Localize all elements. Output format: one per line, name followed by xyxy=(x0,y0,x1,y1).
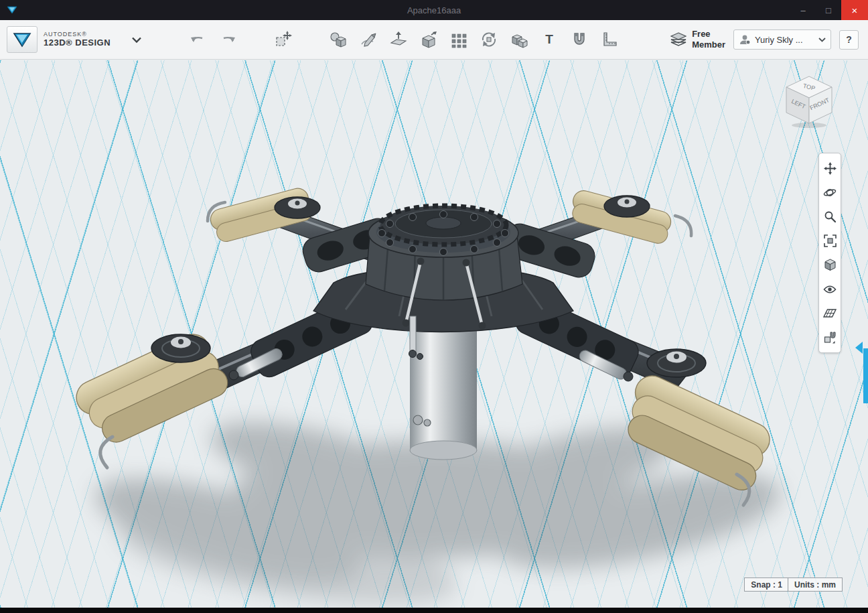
app-logo-icon xyxy=(7,5,17,15)
grid-plane-icon xyxy=(823,308,837,319)
window-controls: – □ × xyxy=(790,0,868,20)
pattern-tool-button[interactable] xyxy=(448,24,469,55)
free-member-text: Free Member xyxy=(692,29,725,50)
primitives-tool-button[interactable] xyxy=(328,24,349,55)
shaded-cube-icon xyxy=(824,259,837,271)
brand-line2: 123D® DESIGN xyxy=(44,38,111,48)
user-name: Yuriy Skly ... xyxy=(755,35,814,45)
pattern-icon xyxy=(450,31,467,48)
minimize-button[interactable]: – xyxy=(790,0,816,20)
grouping-icon xyxy=(480,31,498,48)
transform-tool-button[interactable] xyxy=(273,24,294,55)
chevron-down-icon xyxy=(818,38,826,42)
center-hub xyxy=(313,206,573,332)
orbit-button[interactable] xyxy=(819,181,841,204)
fit-view-icon xyxy=(824,234,837,247)
brand-logo-button[interactable] xyxy=(7,26,38,53)
redo-icon xyxy=(220,33,236,46)
user-account-dropdown[interactable]: Yuriy Skly ... xyxy=(733,29,831,50)
redo-button[interactable] xyxy=(218,24,239,55)
view-mode-button[interactable] xyxy=(819,253,841,277)
combine-tool-button[interactable] xyxy=(508,24,530,55)
layers-icon xyxy=(670,32,686,47)
grouping-tool-button[interactable] xyxy=(478,24,500,55)
quad-rotor-head-3d-model[interactable] xyxy=(0,60,868,608)
free-member-line1: Free xyxy=(692,29,725,40)
brand-logo-icon xyxy=(12,30,32,49)
fit-view-button[interactable] xyxy=(819,229,841,253)
construct-icon xyxy=(390,31,407,48)
main-toolbar: AUTODESK® 123D® DESIGN xyxy=(0,20,868,60)
ground-grid-button[interactable] xyxy=(819,301,841,325)
view-cube[interactable]: TOP LEFT FRONT xyxy=(781,71,837,129)
snap-settings-button[interactable] xyxy=(819,326,841,349)
app-window: Apache16aaa – □ × AUTODESK® 123D® DESIGN xyxy=(0,0,868,613)
units-status[interactable]: Units : mm xyxy=(788,577,843,592)
right-edge-scrollbar[interactable] xyxy=(863,348,868,403)
undo-button[interactable] xyxy=(187,24,208,55)
orbit-icon xyxy=(823,186,837,199)
undo-icon xyxy=(190,33,206,46)
window-title: Apache16aaa xyxy=(0,5,868,15)
visibility-button[interactable] xyxy=(819,277,841,301)
user-avatar-icon xyxy=(739,33,751,46)
text-tool-icon: T xyxy=(545,32,553,47)
combine-icon xyxy=(510,31,528,48)
panel-expand-arrow[interactable] xyxy=(855,342,863,354)
main-menu-dropdown[interactable] xyxy=(128,31,145,48)
free-member-line2: Member xyxy=(692,40,725,50)
maximize-button[interactable]: □ xyxy=(816,0,841,20)
chevron-down-icon xyxy=(131,37,142,43)
tool-group: T xyxy=(273,24,620,55)
close-button[interactable]: × xyxy=(841,0,868,20)
snap-magnet-icon xyxy=(824,331,837,344)
view-cube-icon: TOP LEFT FRONT xyxy=(781,71,837,129)
toolbar-right-cluster: Free Member Yuriy Skly ... ? xyxy=(670,29,861,50)
pan-button[interactable] xyxy=(819,157,841,180)
magnifier-icon xyxy=(824,210,837,223)
transform-icon xyxy=(275,31,292,48)
brand-text: AUTODESK® 123D® DESIGN xyxy=(44,31,111,48)
viewport-3d[interactable]: TOP LEFT FRONT xyxy=(0,60,868,608)
bottom-border-bar xyxy=(0,608,868,613)
titlebar: Apache16aaa – □ × xyxy=(0,0,868,20)
modify-icon xyxy=(420,31,437,48)
free-member-badge[interactable]: Free Member xyxy=(670,29,725,50)
pan-icon xyxy=(824,162,837,175)
eye-icon xyxy=(823,285,837,294)
text-tool-button[interactable]: T xyxy=(538,24,560,55)
primitives-icon xyxy=(330,31,347,48)
construct-tool-button[interactable] xyxy=(388,24,409,55)
help-button[interactable]: ? xyxy=(839,30,859,50)
ruler-icon xyxy=(601,31,618,48)
snap-tool-button[interactable] xyxy=(569,24,590,55)
snap-status[interactable]: Snap : 1 xyxy=(744,577,789,592)
view-tools-palette xyxy=(818,153,841,353)
undo-redo-group xyxy=(187,24,239,55)
modify-tool-button[interactable] xyxy=(418,24,439,55)
measure-tool-button[interactable] xyxy=(599,24,620,55)
sketch-icon xyxy=(360,31,377,48)
zoom-button[interactable] xyxy=(819,205,841,228)
sketch-tool-button[interactable] xyxy=(358,24,379,55)
magnet-icon xyxy=(571,31,587,48)
